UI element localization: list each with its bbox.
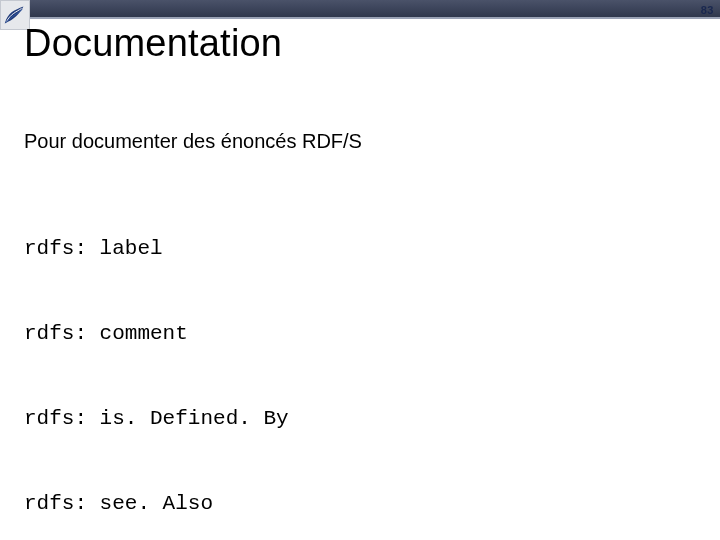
page-number: 83 (701, 4, 714, 16)
code-line: rdfs: is. Defined. By (24, 405, 289, 433)
slide-subtitle: Pour documenter des énoncés RDF/S (24, 130, 362, 153)
code-line: rdfs: label (24, 235, 289, 263)
slide: 83 Documentation Pour documenter des éno… (0, 0, 720, 540)
code-line: rdfs: see. Also (24, 490, 289, 518)
code-block: rdfs: label rdfs: comment rdfs: is. Defi… (24, 178, 289, 540)
header-bar (0, 0, 720, 18)
header-underline (0, 17, 720, 19)
code-line: rdfs: comment (24, 320, 289, 348)
slide-title: Documentation (24, 22, 282, 65)
